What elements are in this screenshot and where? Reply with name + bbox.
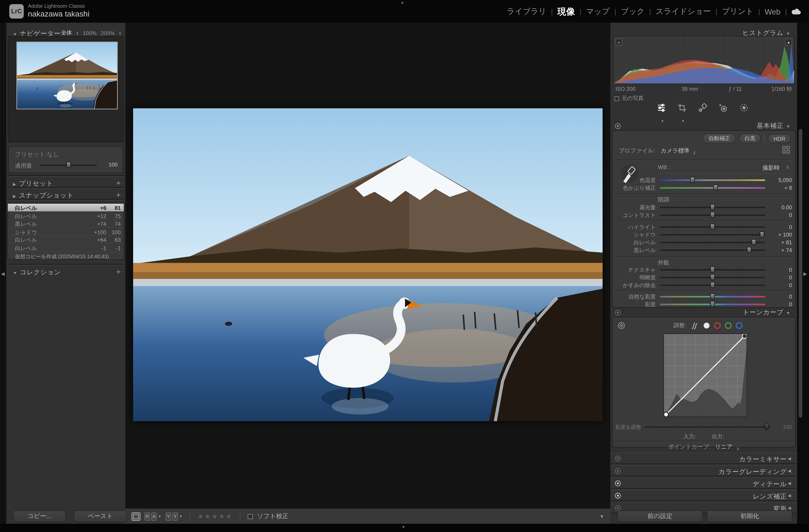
clarity-slider[interactable] bbox=[660, 277, 765, 278]
shadows-slider-thumb[interactable] bbox=[760, 232, 764, 238]
panel-toggle-icon[interactable] bbox=[615, 480, 621, 487]
chevron-down-icon[interactable]: ▼ bbox=[179, 514, 183, 518]
basic-panel-toggle-icon[interactable] bbox=[615, 123, 621, 129]
module-book[interactable]: ブック bbox=[621, 6, 644, 16]
add-collection-icon[interactable]: + bbox=[116, 267, 121, 276]
whites-slider-thumb[interactable] bbox=[751, 239, 756, 245]
basic-edit-tool-icon[interactable] bbox=[657, 103, 668, 119]
history-item[interactable]: 白レベル+681 bbox=[8, 204, 124, 212]
filmstrip-collapse-strip[interactable]: ▼ bbox=[0, 524, 809, 532]
soft-proof-checkbox[interactable] bbox=[248, 514, 253, 519]
module-library[interactable]: ライブラリ bbox=[507, 6, 546, 16]
tint-slider[interactable] bbox=[660, 187, 765, 189]
previous-settings-button[interactable]: 前の設定 bbox=[617, 510, 703, 522]
healing-tool-icon[interactable] bbox=[698, 103, 709, 119]
top-panel-collapse-icon[interactable]: ▲ bbox=[400, 0, 404, 4]
navigator-fit-option[interactable]: 全体 bbox=[61, 30, 72, 37]
blacks-slider[interactable] bbox=[660, 249, 765, 251]
highlights-slider[interactable] bbox=[660, 226, 765, 228]
lens-corrections-panel-header[interactable]: レンズ補正◀ bbox=[610, 490, 797, 501]
point-curve-value[interactable]: リニア bbox=[715, 443, 733, 449]
star-rating[interactable]: ★★★★★ bbox=[197, 513, 233, 520]
bottom-collapse-arrow-icon[interactable]: ▼ bbox=[401, 525, 406, 529]
photo-canvas[interactable] bbox=[133, 108, 603, 421]
paste-button[interactable]: ペースト bbox=[74, 510, 127, 522]
exposure-slider-thumb[interactable] bbox=[710, 204, 715, 210]
temp-slider[interactable] bbox=[660, 179, 765, 181]
blue-channel-icon[interactable] bbox=[736, 322, 742, 329]
contrast-slider[interactable] bbox=[660, 214, 765, 216]
loupe-view-icon[interactable] bbox=[132, 512, 140, 520]
left-collapse-arrow-icon[interactable]: ◀ bbox=[1, 271, 4, 276]
highlights-slider-thumb[interactable] bbox=[710, 224, 715, 230]
dehaze-slider[interactable] bbox=[660, 285, 765, 286]
wb-value[interactable]: 撮影時 bbox=[762, 164, 779, 172]
vibrance-slider[interactable] bbox=[660, 296, 765, 298]
texture-slider[interactable] bbox=[660, 269, 765, 271]
history-item[interactable]: 白レベル+1275 bbox=[8, 212, 124, 219]
blacks-slider-thumb[interactable] bbox=[747, 247, 752, 253]
highlight-clipping-icon[interactable]: ▲ bbox=[785, 39, 792, 46]
module-print[interactable]: プリント bbox=[722, 6, 754, 16]
point-curve-channel-icon[interactable] bbox=[703, 322, 710, 329]
panel-toggle-icon[interactable] bbox=[615, 455, 621, 462]
right-panel-scrollbar[interactable] bbox=[799, 129, 802, 418]
spinner-icon[interactable]: ▲▼ bbox=[693, 150, 696, 155]
contrast-slider-thumb[interactable] bbox=[710, 212, 715, 218]
histogram-display[interactable]: ▲ ▲ bbox=[613, 36, 794, 84]
history-item[interactable]: 白レベル-1-1 bbox=[8, 244, 124, 252]
dehaze-slider-thumb[interactable] bbox=[710, 282, 715, 288]
temp-slider-thumb[interactable] bbox=[690, 177, 695, 183]
history-item[interactable]: 黒レベル+7474 bbox=[8, 220, 124, 228]
left-panel-collapse-strip[interactable]: ◀ bbox=[0, 23, 6, 524]
collections-panel-header[interactable]: ▼コレクション + bbox=[6, 266, 125, 277]
exposure-slider[interactable] bbox=[660, 207, 765, 208]
redeye-tool-icon[interactable] bbox=[719, 103, 730, 119]
saturation-slider[interactable] bbox=[660, 304, 765, 305]
parametric-curve-icon[interactable] bbox=[690, 321, 699, 330]
crop-tool-icon[interactable] bbox=[677, 103, 689, 119]
panel-toggle-icon[interactable] bbox=[615, 492, 621, 499]
vibrance-slider-thumb[interactable] bbox=[710, 293, 715, 299]
clarity-slider-thumb[interactable] bbox=[710, 274, 715, 281]
navigator-preview-image[interactable] bbox=[17, 42, 118, 109]
amount-slider[interactable] bbox=[40, 164, 97, 166]
module-map[interactable]: マップ bbox=[586, 6, 610, 16]
history-item[interactable]: 白レベル+6463 bbox=[8, 236, 124, 244]
add-snapshot-icon[interactable]: + bbox=[116, 190, 121, 199]
add-preset-icon[interactable]: + bbox=[116, 178, 121, 187]
targeted-adjustment-icon[interactable] bbox=[618, 322, 625, 330]
module-develop[interactable]: 現像 bbox=[557, 5, 575, 17]
reset-button[interactable]: 初期化 bbox=[707, 510, 792, 522]
texture-slider-thumb[interactable] bbox=[710, 267, 715, 273]
detail-panel-header[interactable]: ディテール◀ bbox=[610, 477, 797, 489]
tint-slider-thumb[interactable] bbox=[713, 184, 718, 191]
green-channel-icon[interactable] bbox=[725, 322, 732, 329]
profile-browser-icon[interactable] bbox=[782, 146, 790, 154]
copy-button[interactable]: コピー... bbox=[13, 510, 66, 522]
whites-slider[interactable] bbox=[660, 242, 765, 243]
basic-panel-header[interactable]: 基本補正▼ bbox=[757, 122, 793, 130]
spinner-icon[interactable]: ▲▼ bbox=[119, 31, 121, 35]
hdr-button[interactable]: HDR bbox=[768, 134, 791, 143]
shadow-clipping-icon[interactable]: ▲ bbox=[616, 39, 622, 46]
bw-button[interactable]: 白黒 bbox=[739, 134, 761, 144]
spinner-icon[interactable]: ▲▼ bbox=[76, 31, 79, 35]
module-web[interactable]: Web bbox=[764, 7, 780, 16]
before-after-lr-button[interactable]: R A ▼ bbox=[144, 512, 161, 520]
navigator-zoom-200[interactable]: 200% bbox=[101, 30, 115, 36]
profile-value[interactable]: カメラ標準 bbox=[661, 147, 689, 154]
right-panel-collapse-strip[interactable]: ▶ bbox=[797, 23, 809, 524]
navigator-zoom-100[interactable]: 100% bbox=[83, 30, 97, 36]
cloud-sync-icon[interactable] bbox=[791, 8, 802, 15]
original-photo-checkbox[interactable] bbox=[615, 96, 619, 101]
toolbar-options-icon[interactable]: ▼ bbox=[600, 514, 604, 519]
tone-curve-panel-toggle-icon[interactable] bbox=[615, 309, 621, 316]
masking-tool-icon[interactable] bbox=[739, 103, 751, 119]
module-slideshow[interactable]: スライドショー bbox=[656, 6, 711, 16]
history-item[interactable]: 仮想コピーを作成 (2025/04/15 14:40:43) bbox=[8, 252, 124, 260]
chevron-down-icon[interactable]: ▼ bbox=[158, 514, 161, 518]
right-collapse-arrow-icon[interactable]: ▶ bbox=[804, 271, 807, 276]
before-after-tb-button[interactable]: Y Y ▼ bbox=[166, 512, 183, 520]
color-mixer-panel-header[interactable]: カラーミキサー◀ bbox=[610, 453, 797, 464]
